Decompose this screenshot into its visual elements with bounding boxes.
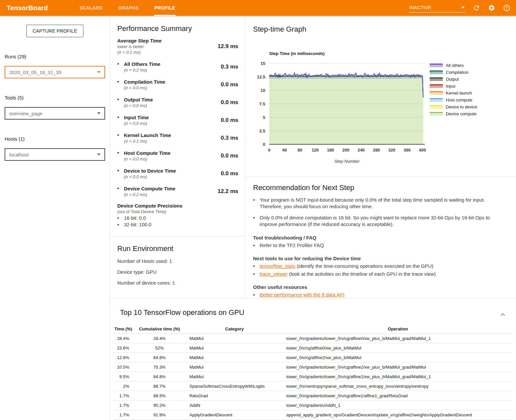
performance-item-sigma: (σ = 0.0 ms) bbox=[124, 174, 176, 180]
table-cell: 88.5% bbox=[133, 393, 186, 398]
precision-item-text: 32-bit: 100.0 bbox=[124, 221, 151, 228]
next-tool-text: trace_viewer (look at the activities on … bbox=[260, 271, 436, 277]
step-time-chart: 02.557.51012.515040801201602002402803203… bbox=[250, 59, 448, 164]
help-icon[interactable]: ? bbox=[503, 4, 511, 12]
bullet-icon: • bbox=[253, 214, 260, 228]
performance-item-text: Output Time(σ = 0.0 ms) bbox=[124, 97, 153, 108]
trace-viewer-link[interactable]: trace_viewer bbox=[260, 271, 288, 277]
sidebar: CAPTURE PROFILE Runs (29) 2020_03_05_18_… bbox=[0, 16, 110, 420]
average-step-time-label: Average Step Time bbox=[117, 38, 161, 44]
performance-item-label: Compilation Time bbox=[124, 79, 165, 85]
app-title: TensorBoard bbox=[7, 4, 48, 12]
legend-item: Input bbox=[430, 83, 477, 90]
column-header: Time (%) bbox=[113, 326, 133, 331]
tfdata-api-link[interactable]: Better performance with the tf.data API bbox=[260, 292, 345, 298]
svg-text:7.5: 7.5 bbox=[259, 101, 265, 106]
precision-item-text: 16-bit: 0.0 bbox=[124, 215, 146, 221]
legend-swatch-icon bbox=[430, 105, 443, 109]
performance-item-label-block: •Output Time(σ = 0.0 ms) bbox=[117, 97, 153, 108]
performance-item-label-block: •All Others Time(σ = 0.2 ms) bbox=[117, 61, 160, 73]
performance-item-value: 0.0 ms bbox=[221, 99, 238, 106]
faq-item-text: Refer to the TF2 Profiler FAQ bbox=[260, 242, 324, 248]
run-environment-line: Number of Hosts used: 1 bbox=[117, 258, 238, 264]
performance-item-text: Host Compute Time(σ = 0.0 ms) bbox=[124, 150, 170, 162]
column-header: Category bbox=[186, 326, 283, 331]
legend-item: Host compute bbox=[430, 97, 477, 103]
tools-dropdown[interactable]: overview_page bbox=[5, 107, 105, 120]
average-step-time-row: Average Step Time lower is better (σ = 0… bbox=[117, 38, 238, 55]
tab-scalars[interactable]: SCALARS bbox=[72, 0, 110, 16]
faq-item: •Refer to the TF2 Profiler FAQ bbox=[253, 242, 506, 248]
performance-item-sigma: (σ = 0.0 ms) bbox=[124, 156, 170, 162]
tools-label: Tools (5) bbox=[5, 95, 105, 100]
settings-gear-icon[interactable] bbox=[488, 4, 496, 12]
performance-item-label-block: •Device Compute Time(σ = 0.2 ms) bbox=[117, 185, 175, 197]
next-tool-item: •trace_viewer (look at the activities on… bbox=[253, 271, 506, 277]
performance-item-label-block: •Device to Device Time(σ = 0.0 ms) bbox=[117, 168, 176, 180]
table-cell: 2% bbox=[113, 384, 133, 389]
tab-graphs-label: GRAPHS bbox=[118, 5, 139, 11]
table-header-row: Time (%)Cumulative time (%)CategoryOpera… bbox=[113, 324, 513, 334]
bullet-icon: • bbox=[253, 197, 260, 210]
nav-tabs: SCALARS GRAPHS PROFILE bbox=[72, 0, 183, 16]
top-ops-table: Time (%)Cumulative time (%)CategoryOpera… bbox=[113, 324, 513, 420]
status-dropdown[interactable]: INACTIVE bbox=[409, 4, 465, 13]
bullet-icon: • bbox=[117, 114, 124, 126]
average-step-time-value: 12.9 ms bbox=[218, 43, 238, 50]
table-cell: MatMul bbox=[186, 365, 283, 370]
chevron-down-icon bbox=[461, 7, 465, 9]
runs-dropdown-value: 2020_03_05_18_31_35 bbox=[9, 70, 62, 75]
performance-item-label-block: •Input Time(σ = 0.0 ms) bbox=[117, 114, 149, 126]
app-header: TensorBoard SCALARS GRAPHS PROFILE INACT… bbox=[0, 0, 516, 16]
performance-item-text: Input Time(σ = 0.0 ms) bbox=[124, 114, 149, 126]
table-cell: 28.4% bbox=[133, 336, 186, 341]
legend-item: All others bbox=[430, 62, 477, 69]
collapse-chevron-up-icon[interactable] bbox=[500, 312, 505, 318]
table-cell: 86.7% bbox=[133, 384, 186, 389]
table-cell: tower_0/v/xentropy/sparse_softmax_cross_… bbox=[283, 384, 513, 389]
legend-item: Device compute bbox=[430, 110, 477, 117]
performance-item: •Device to Device Time(σ = 0.0 ms)0.0 ms bbox=[117, 168, 238, 180]
performance-summary-section: Performance Summary Average Step Time lo… bbox=[110, 16, 245, 237]
run-environment-line: Number of device cores: 1 bbox=[117, 280, 238, 286]
table-cell: ReluGrad bbox=[186, 393, 283, 398]
performance-item-text: Kernel Launch Time(σ = 0.1 ms) bbox=[124, 132, 171, 144]
table-cell: 75.3% bbox=[133, 365, 186, 370]
svg-text:200: 200 bbox=[342, 148, 350, 153]
other-resources-title: Other useful resources bbox=[253, 284, 506, 290]
tab-profile[interactable]: PROFILE bbox=[147, 0, 183, 16]
runs-dropdown[interactable]: 2020_03_05_18_31_35 bbox=[5, 66, 105, 78]
next-tool-text: tensorflow_stats (identify the time-cons… bbox=[260, 263, 433, 269]
performance-item-value: 0.3 ms bbox=[221, 135, 238, 141]
capture-profile-button[interactable]: CAPTURE PROFILE bbox=[26, 25, 83, 37]
precisions-label: Device Compute Precisions bbox=[117, 203, 238, 209]
table-row: 10.5%75.3%MatMultower_0/v/gradients/towe… bbox=[113, 362, 513, 372]
refresh-icon[interactable] bbox=[473, 4, 480, 12]
bullet-icon: • bbox=[117, 132, 124, 144]
tab-graphs[interactable]: GRAPHS bbox=[110, 0, 147, 16]
performance-item: •Input Time(σ = 0.0 ms)0.0 ms bbox=[117, 114, 238, 126]
legend-swatch-icon bbox=[430, 91, 443, 95]
svg-text:240: 240 bbox=[358, 148, 365, 153]
svg-text:360: 360 bbox=[404, 148, 411, 153]
hosts-dropdown-value: localhost bbox=[9, 152, 29, 157]
legend-label: Kernel launch bbox=[446, 91, 472, 96]
table-cell: MatMul bbox=[186, 336, 283, 341]
performance-item-value: 0.0 ms bbox=[221, 117, 238, 124]
hosts-dropdown[interactable]: localhost bbox=[5, 148, 105, 161]
legend-fill bbox=[430, 113, 443, 116]
table-row: 28.4%28.4%MatMultower_0/v/gradients/towe… bbox=[113, 334, 513, 343]
table-cell: 23.6% bbox=[113, 346, 133, 350]
performance-item-value: 12.2 ms bbox=[218, 188, 238, 195]
tensorflow-stats-link[interactable]: tensorflow_stats bbox=[260, 263, 295, 269]
bullet-icon: • bbox=[253, 242, 260, 248]
table-cell: 91.9% bbox=[133, 412, 186, 417]
legend-label: Output bbox=[446, 77, 459, 82]
top-ops-section: Top 10 TensorFlow operations on GPU Time… bbox=[110, 298, 516, 420]
performance-item-label-block: •Compilation Time(σ = 0.0 ms) bbox=[117, 79, 165, 91]
next-tool-desc: (look at the activities on the timeline … bbox=[288, 271, 436, 277]
performance-item-value: 0.0 ms bbox=[221, 153, 238, 159]
svg-text:120: 120 bbox=[312, 148, 319, 153]
status-dropdown-value: INACTIVE bbox=[409, 5, 431, 10]
next-tool-item: •tensorflow_stats (identify the time-con… bbox=[253, 263, 506, 269]
